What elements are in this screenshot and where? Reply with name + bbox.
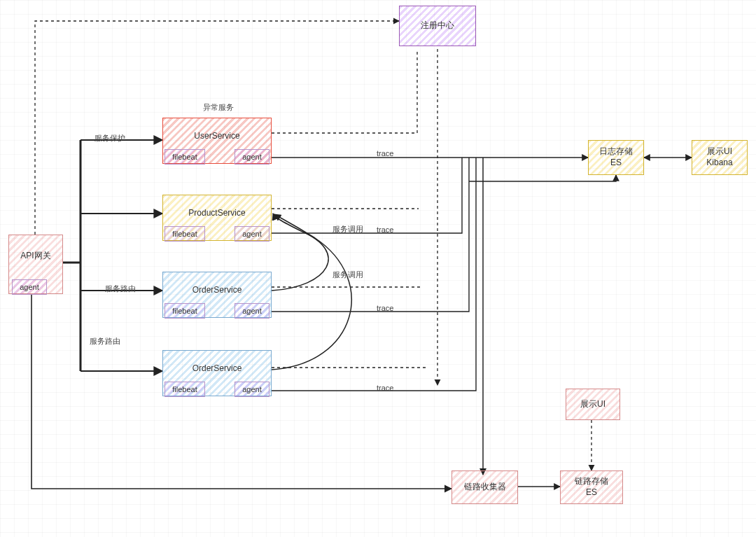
node-label: 注册中心 — [421, 20, 454, 32]
node-show-ui[interactable]: 展示UI — [566, 389, 620, 420]
node-label: UserService — [194, 131, 239, 142]
edge-label-service-call-2: 服务调用 — [332, 270, 363, 280]
edge-label-service-route-1: 服务路由 — [105, 284, 136, 294]
edge-label-trace-2: trace — [377, 225, 393, 234]
node-order-service-2[interactable]: OrderService filebeat agent — [162, 350, 272, 396]
sub-label: agent — [242, 306, 262, 316]
sub-filebeat[interactable]: filebeat — [164, 382, 205, 397]
sub-label: agent — [242, 384, 262, 394]
edge-label-trace-4: trace — [377, 384, 393, 392]
sub-label: agent — [242, 152, 262, 162]
sub-filebeat[interactable]: filebeat — [164, 149, 205, 165]
edge-label-service-route-2: 服务路由 — [90, 336, 120, 347]
node-trace-store[interactable]: 链路存储 ES — [560, 470, 623, 504]
sub-agent[interactable]: agent — [12, 279, 47, 295]
caption-user-service: 异常服务 — [203, 102, 234, 113]
sub-label: filebeat — [172, 229, 197, 239]
edge-label-service-protect: 服务保护 — [94, 133, 125, 144]
sub-label: agent — [242, 229, 262, 239]
node-product-service[interactable]: ProductService filebeat agent — [162, 195, 272, 241]
sub-label: filebeat — [172, 306, 197, 316]
node-api-gateway[interactable]: API网关 agent — [8, 235, 63, 294]
node-user-service[interactable]: UserService filebeat agent — [162, 118, 272, 164]
sub-label: filebeat — [172, 152, 197, 162]
node-show-ui-kibana[interactable]: 展示UI Kibana — [692, 140, 748, 175]
node-log-store[interactable]: 日志存储 ES — [588, 140, 644, 175]
sub-filebeat[interactable]: filebeat — [164, 226, 205, 242]
edge-label-service-call-1: 服务调用 — [332, 224, 363, 235]
node-label: OrderService — [192, 285, 242, 296]
node-label: OrderService — [192, 363, 242, 375]
sub-agent[interactable]: agent — [234, 303, 270, 319]
edge-label-trace-1: trace — [377, 149, 393, 158]
node-label: API网关 — [20, 251, 50, 262]
node-label: 展示UI Kibana — [706, 146, 732, 168]
node-trace-collector[interactable]: 链路收集器 — [451, 470, 518, 504]
node-label: 展示UI — [580, 399, 606, 410]
sub-filebeat[interactable]: filebeat — [164, 303, 205, 319]
sub-agent[interactable]: agent — [234, 149, 270, 165]
sub-agent[interactable]: agent — [234, 226, 270, 242]
node-registry[interactable]: 注册中心 — [399, 6, 476, 46]
canvas-grid — [0, 0, 756, 537]
sub-label: agent — [20, 282, 39, 292]
sub-label: filebeat — [172, 384, 197, 394]
node-label: 链路存储 ES — [575, 476, 608, 498]
sub-agent[interactable]: agent — [234, 382, 270, 397]
node-label: 日志存储 ES — [599, 146, 633, 168]
node-order-service-1[interactable]: OrderService filebeat agent — [162, 272, 272, 318]
node-label: ProductService — [188, 208, 245, 219]
edge-label-trace-3: trace — [377, 304, 393, 312]
node-label: 链路收集器 — [464, 482, 506, 493]
